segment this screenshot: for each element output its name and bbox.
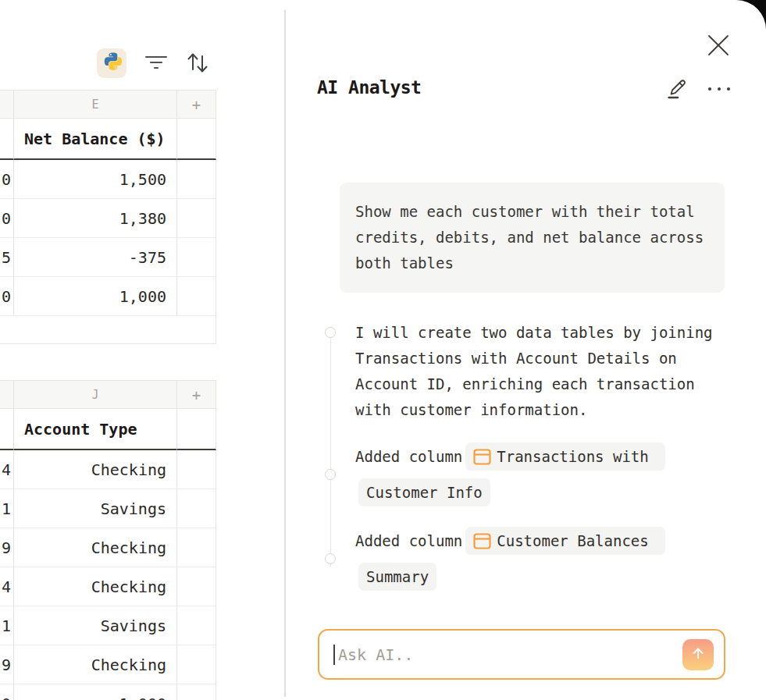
text-cursor	[333, 645, 335, 665]
cell-value[interactable]: Checking	[14, 567, 177, 606]
cell-value[interactable]: 1,000	[14, 277, 177, 316]
table-row: 1 Savings	[0, 489, 216, 528]
table-icon	[473, 449, 491, 465]
close-icon	[707, 34, 730, 60]
cell-value[interactable]: Savings	[14, 489, 177, 528]
ai-step-text: I will create two data tables by joining…	[355, 324, 713, 418]
column-header-J[interactable]: J	[14, 381, 177, 409]
field-cell-partial[interactable]	[0, 119, 14, 160]
table-row: 0 1,380	[0, 199, 216, 238]
cell-value[interactable]: Checking	[14, 645, 177, 684]
ask-ai-input[interactable]	[318, 629, 725, 680]
cell-value[interactable]: 1,500	[14, 160, 177, 199]
field-cell-partial[interactable]	[0, 409, 14, 450]
table-row: 1 Savings	[0, 606, 216, 645]
add-column-button[interactable]: +	[177, 91, 216, 119]
sort-up-down-icon	[185, 50, 210, 78]
panel-title: AI Analyst	[317, 77, 421, 98]
filter-button[interactable]	[144, 52, 169, 76]
column-header-partial[interactable]	[0, 91, 14, 119]
cell-value[interactable]: -375	[14, 238, 177, 277]
ai-action-step: Added columnCustomer Balances Summary	[317, 523, 726, 595]
account-type-table: J + Account Type 4 Checking 1 Savings 9 …	[0, 380, 216, 700]
add-column-button[interactable]: +	[177, 381, 216, 409]
timeline-node-icon	[325, 553, 336, 564]
close-panel-button[interactable]	[706, 34, 731, 59]
table-row: 0 1,500	[0, 160, 216, 199]
new-chat-button[interactable]	[664, 75, 690, 101]
field-header[interactable]: Account Type	[14, 409, 177, 450]
ai-response-steps: I will create two data tables by joining…	[317, 320, 726, 595]
cell-value[interactable]: 1,000	[14, 684, 177, 700]
table-icon	[473, 533, 491, 549]
table-row: 5 -375	[0, 238, 216, 277]
table-row: 9 Checking	[0, 645, 216, 684]
ai-text-step: I will create two data tables by joining…	[317, 320, 726, 423]
user-message-text: Show me each customer with their total c…	[355, 203, 704, 272]
field-header[interactable]: Net Balance ($)	[14, 119, 177, 160]
sort-button[interactable]	[184, 51, 211, 77]
table-row: 9 Checking	[0, 528, 216, 567]
column-header-E[interactable]: E	[14, 91, 177, 119]
action-prefix: Added column	[355, 448, 462, 465]
ellipsis-icon	[706, 81, 732, 96]
more-options-button[interactable]	[705, 78, 733, 98]
send-button[interactable]	[682, 639, 714, 670]
action-prefix: Added column	[355, 532, 462, 549]
edit-pencil-icon	[664, 73, 689, 103]
cell-value[interactable]: Checking	[14, 450, 177, 489]
user-message-bubble: Show me each customer with their total c…	[340, 183, 725, 293]
table-row: 0 1,000	[0, 277, 216, 316]
timeline-node-icon	[325, 469, 336, 480]
python-icon	[102, 52, 122, 75]
panel-divider	[284, 10, 286, 697]
table-row: 4 Checking	[0, 567, 216, 606]
net-balance-table: E + Net Balance ($) 0 1,500 0 1,380 5 -3…	[0, 90, 216, 344]
timeline-node-icon	[325, 327, 336, 338]
cell-value[interactable]: Checking	[14, 528, 177, 567]
column-header-partial[interactable]	[0, 381, 14, 409]
table-footer-row[interactable]	[0, 316, 216, 344]
cell-value[interactable]: 1,380	[14, 199, 177, 238]
filter-icon	[144, 53, 168, 75]
app-window: E + Net Balance ($) 0 1,500 0 1,380 5 -3…	[0, 0, 766, 700]
table-row: 0 1,000	[0, 684, 216, 700]
arrow-up-icon	[689, 645, 707, 664]
cell-value[interactable]: Savings	[14, 606, 177, 645]
ai-action-step: Added columnTransactions with Customer I…	[317, 439, 726, 510]
python-button[interactable]	[97, 48, 126, 78]
table-row: 4 Checking	[0, 450, 216, 489]
